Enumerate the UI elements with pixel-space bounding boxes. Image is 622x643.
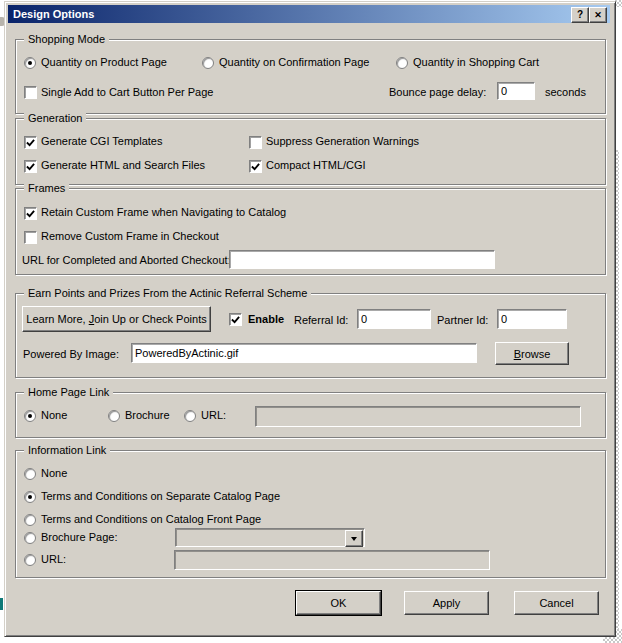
learn-more-button[interactable]: Learn More, Join Up or Check Points <box>22 306 211 332</box>
home-url-input[interactable] <box>255 406 581 427</box>
referral-id-label: Referral Id: <box>294 313 348 327</box>
radio-home-none-label: None <box>41 408 67 422</box>
checkout-url-label: URL for Completed and Aborted Checkout: <box>22 253 231 267</box>
help-button[interactable]: ? <box>571 7 589 23</box>
radio-info-brochure-page[interactable] <box>24 532 36 544</box>
home-page-link-group: Home Page Link None Brochure URL: <box>15 392 606 438</box>
radio-home-url[interactable] <box>184 410 196 422</box>
radio-quantity-on-confirmation-page-label: Quantity on Confirmation Page <box>219 55 369 69</box>
checkbox-enable-referral-label: Enable <box>248 312 284 326</box>
checkbox-compact-html-cgi[interactable] <box>249 160 262 173</box>
radio-info-terms-front-page[interactable] <box>24 514 36 526</box>
frames-group: Frames Retain Custom Frame when Navigati… <box>15 188 606 275</box>
frames-legend: Frames <box>24 181 69 195</box>
referral-group: Earn Points and Prizes From the Actinic … <box>15 293 606 378</box>
checkbox-remove-custom-frame[interactable] <box>24 231 37 244</box>
bounce-page-delay-label: Bounce page delay: <box>389 85 486 99</box>
design-options-dialog: Design Options ? ✕ Shopping Mode Quantit… <box>4 1 616 637</box>
referral-legend: Earn Points and Prizes From the Actinic … <box>24 286 311 300</box>
check-icon <box>231 315 240 324</box>
radio-quantity-in-shopping-cart-label: Quantity in Shopping Cart <box>413 55 539 69</box>
radio-info-terms-front-page-label: Terms and Conditions on Catalog Front Pa… <box>41 512 261 526</box>
cancel-button[interactable]: Cancel <box>514 591 599 615</box>
home-page-link-legend: Home Page Link <box>24 385 113 399</box>
shopping-mode-group: Shopping Mode Quantity on Product Page Q… <box>15 39 606 114</box>
shopping-mode-legend: Shopping Mode <box>24 32 109 46</box>
radio-info-brochure-page-label: Brochure Page: <box>41 530 117 544</box>
checkbox-suppress-generation-warnings-label: Suppress Generation Warnings <box>266 134 419 148</box>
checkbox-retain-custom-frame-label: Retain Custom Frame when Navigating to C… <box>41 205 286 219</box>
info-url-input[interactable] <box>174 550 490 570</box>
radio-home-brochure-label: Brochure <box>125 408 170 422</box>
radio-info-url-label: URL: <box>41 552 66 566</box>
checkbox-single-add-to-cart-label: Single Add to Cart Button Per Page <box>41 85 213 99</box>
titlebar[interactable]: Design Options ? ✕ <box>8 5 610 23</box>
information-link-legend: Information Link <box>24 443 110 457</box>
checkbox-remove-custom-frame-label: Remove Custom Frame in Checkout <box>41 229 219 243</box>
ok-button[interactable]: OK <box>296 591 381 615</box>
checkbox-retain-custom-frame[interactable] <box>24 207 37 220</box>
combo-dropdown-button[interactable] <box>345 530 363 547</box>
bounce-page-delay-input[interactable] <box>497 82 535 100</box>
radio-home-url-label: URL: <box>201 408 226 422</box>
window-title: Design Options <box>13 8 94 20</box>
radio-quantity-on-confirmation-page[interactable] <box>202 57 214 69</box>
check-icon <box>26 162 35 171</box>
checkbox-generate-html-search-files-label: Generate HTML and Search Files <box>41 158 205 172</box>
check-icon <box>26 138 35 147</box>
browse-button-label: Browse <box>514 348 551 360</box>
generation-legend: Generation <box>24 111 86 125</box>
checkbox-generate-html-search-files[interactable] <box>24 160 37 173</box>
close-icon: ✕ <box>594 10 602 20</box>
checkbox-suppress-generation-warnings[interactable] <box>249 136 262 149</box>
checkbox-generate-cgi-templates-label: Generate CGI Templates <box>41 134 162 148</box>
partner-id-label: Partner Id: <box>437 313 488 327</box>
radio-quantity-in-shopping-cart[interactable] <box>396 57 408 69</box>
checkbox-generate-cgi-templates[interactable] <box>24 136 37 149</box>
radio-info-terms-separate-page[interactable] <box>24 491 36 503</box>
brochure-page-combo[interactable] <box>175 528 365 547</box>
radio-quantity-on-product-page[interactable] <box>24 57 36 69</box>
cancel-button-label: Cancel <box>539 597 573 609</box>
checkbox-enable-referral[interactable] <box>229 313 242 326</box>
chevron-down-icon <box>351 537 357 541</box>
apply-button-label: Apply <box>433 597 461 609</box>
help-icon: ? <box>577 10 583 20</box>
radio-info-terms-separate-page-label: Terms and Conditions on Separate Catalog… <box>41 489 280 503</box>
referral-id-input[interactable] <box>357 309 431 329</box>
apply-button[interactable]: Apply <box>404 591 489 615</box>
browse-button[interactable]: Browse <box>495 342 569 365</box>
check-icon <box>26 209 35 218</box>
generation-group: Generation Generate CGI Templates Suppre… <box>15 118 606 185</box>
ok-button-label: OK <box>331 597 347 609</box>
checkout-url-input[interactable] <box>229 250 495 269</box>
powered-by-image-label: Powered By Image: <box>23 347 119 361</box>
radio-info-none-label: None <box>41 466 67 480</box>
powered-by-image-input[interactable] <box>131 343 477 363</box>
information-link-group: Information Link None Terms and Conditio… <box>15 450 606 578</box>
radio-quantity-on-product-page-label: Quantity on Product Page <box>41 55 167 69</box>
checkbox-single-add-to-cart[interactable] <box>24 86 37 99</box>
learn-more-button-label: Learn More, Join Up or Check Points <box>26 313 206 325</box>
desktop-fragment-teal <box>0 598 3 610</box>
radio-info-none[interactable] <box>24 468 36 480</box>
radio-home-none[interactable] <box>24 410 36 422</box>
check-icon <box>251 162 260 171</box>
close-button[interactable]: ✕ <box>589 7 607 23</box>
checkbox-compact-html-cgi-label: Compact HTML/CGI <box>266 158 366 172</box>
partner-id-input[interactable] <box>497 309 567 329</box>
radio-info-url[interactable] <box>24 554 36 566</box>
seconds-label: seconds <box>545 85 586 99</box>
radio-home-brochure[interactable] <box>108 410 120 422</box>
